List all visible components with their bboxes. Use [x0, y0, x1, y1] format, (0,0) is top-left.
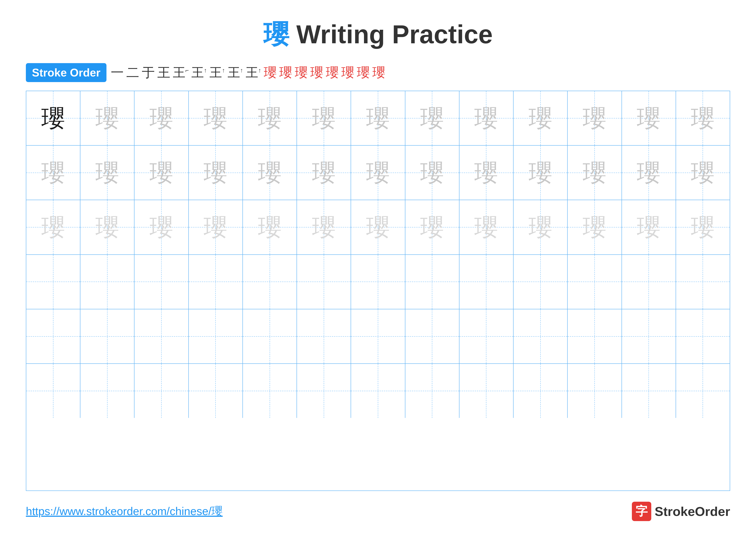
grid-cell-r5-c7[interactable] — [351, 309, 405, 363]
grid-cell-r6-c8[interactable] — [405, 364, 459, 418]
grid-cell-r4-c1[interactable] — [26, 255, 80, 309]
grid-cell-r5-c8[interactable] — [405, 309, 459, 363]
grid-cell-r3-c12: 瓔 — [622, 200, 676, 254]
stroke-steps: 一 二 于 王 王⌐ 王↑ 王↑ 王↑ 王↑ 瓔 瓔 瓔 瓔 瓔 瓔 瓔 瓔 — [111, 64, 730, 81]
char-light: 瓔 — [691, 106, 715, 130]
char-light: 瓔 — [95, 161, 119, 185]
grid-cell-r6-c1[interactable] — [26, 364, 80, 418]
char-light: 瓔 — [528, 161, 552, 185]
grid-cell-r1-c2: 瓔 — [80, 91, 134, 145]
grid-cell-r3-c5: 瓔 — [243, 200, 297, 254]
grid-cell-r4-c2[interactable] — [80, 255, 134, 309]
grid-cell-r1-c10: 瓔 — [514, 91, 568, 145]
grid-cell-r6-c9[interactable] — [459, 364, 514, 418]
grid-cell-r4-c12[interactable] — [622, 255, 676, 309]
grid-cell-r6-c2[interactable] — [80, 364, 134, 418]
grid-cell-r4-c6[interactable] — [297, 255, 351, 309]
grid-cell-r4-c5[interactable] — [243, 255, 297, 309]
grid-cell-r5-c5[interactable] — [243, 309, 297, 363]
char-lighter: 瓔 — [420, 216, 444, 239]
char-lighter: 瓔 — [41, 216, 65, 239]
grid-cell-r4-c10[interactable] — [514, 255, 568, 309]
grid-cell-r2-c6: 瓔 — [297, 146, 351, 200]
grid-cell-r1-c1: 瓔 — [26, 91, 80, 145]
char-light: 瓔 — [149, 106, 173, 130]
grid-cell-r6-c10[interactable] — [514, 364, 568, 418]
footer-url[interactable]: https://www.strokeorder.com/chinese/瓔 — [26, 504, 223, 519]
grid-cell-r5-c10[interactable] — [514, 309, 568, 363]
char-light: 瓔 — [691, 161, 715, 185]
grid-cell-r5-c6[interactable] — [297, 309, 351, 363]
grid-cell-r3-c9: 瓔 — [459, 200, 514, 254]
grid-cell-r1-c9: 瓔 — [459, 91, 514, 145]
stroke-step-17: 瓔 — [372, 64, 385, 81]
grid-cell-r5-c12[interactable] — [622, 309, 676, 363]
title-text: Writing Practice — [289, 20, 493, 49]
grid-row-3: 瓔 瓔 瓔 瓔 瓔 瓔 瓔 瓔 瓔 瓔 瓔 瓔 瓔 — [26, 200, 730, 255]
stroke-step-9: 王↑ — [246, 64, 261, 81]
grid-cell-r3-c6: 瓔 — [297, 200, 351, 254]
stroke-step-6: 王↑ — [191, 64, 207, 81]
char-light: 瓔 — [258, 161, 282, 185]
char-lighter: 瓔 — [583, 216, 607, 239]
char-light: 瓔 — [312, 106, 336, 130]
grid-cell-r6-c3[interactable] — [134, 364, 189, 418]
stroke-order-row: Stroke Order 一 二 于 王 王⌐ 王↑ 王↑ 王↑ 王↑ 瓔 瓔 … — [26, 63, 730, 82]
grid-cell-r5-c11[interactable] — [568, 309, 622, 363]
grid-cell-r4-c4[interactable] — [189, 255, 243, 309]
grid-cell-r4-c3[interactable] — [134, 255, 189, 309]
char-light: 瓔 — [312, 161, 336, 185]
stroke-step-2: 二 — [126, 64, 139, 81]
grid-cell-r1-c6: 瓔 — [297, 91, 351, 145]
grid-cell-r6-c11[interactable] — [568, 364, 622, 418]
grid-cell-r5-c13[interactable] — [676, 309, 730, 363]
grid-cell-r6-c5[interactable] — [243, 364, 297, 418]
grid-cell-r4-c8[interactable] — [405, 255, 459, 309]
grid-cell-r2-c7: 瓔 — [351, 146, 405, 200]
grid-cell-r1-c3: 瓔 — [134, 91, 189, 145]
grid-cell-r5-c2[interactable] — [80, 309, 134, 363]
char-light: 瓔 — [366, 106, 390, 130]
char-light: 瓔 — [420, 161, 444, 185]
grid-cell-r1-c5: 瓔 — [243, 91, 297, 145]
char-lighter: 瓔 — [691, 216, 715, 239]
stroke-step-15: 瓔 — [341, 64, 354, 81]
grid-cell-r1-c11: 瓔 — [568, 91, 622, 145]
grid-cell-r3-c3: 瓔 — [134, 200, 189, 254]
grid-cell-r3-c8: 瓔 — [405, 200, 459, 254]
char-lighter: 瓔 — [528, 216, 552, 239]
grid-cell-r6-c13[interactable] — [676, 364, 730, 418]
char-light: 瓔 — [637, 106, 661, 130]
footer: https://www.strokeorder.com/chinese/瓔 字 … — [26, 502, 730, 521]
grid-cell-r3-c7: 瓔 — [351, 200, 405, 254]
grid-cell-r1-c4: 瓔 — [189, 91, 243, 145]
grid-cell-r6-c7[interactable] — [351, 364, 405, 418]
grid-cell-r1-c13: 瓔 — [676, 91, 730, 145]
stroke-step-14: 瓔 — [326, 64, 339, 81]
grid-cell-r5-c4[interactable] — [189, 309, 243, 363]
logo-icon-char: 字 — [635, 503, 648, 520]
grid-cell-r3-c10: 瓔 — [514, 200, 568, 254]
grid-cell-r1-c12: 瓔 — [622, 91, 676, 145]
grid-cell-r4-c11[interactable] — [568, 255, 622, 309]
char-light: 瓔 — [583, 161, 607, 185]
char-light: 瓔 — [420, 106, 444, 130]
grid-cell-r6-c6[interactable] — [297, 364, 351, 418]
char-light: 瓔 — [366, 161, 390, 185]
grid-cell-r2-c4: 瓔 — [189, 146, 243, 200]
grid-row-1: 瓔 瓔 瓔 瓔 瓔 瓔 瓔 瓔 瓔 瓔 瓔 瓔 瓔 — [26, 91, 730, 146]
page: 瓔 Writing Practice Stroke Order 一 二 于 王 … — [0, 0, 756, 534]
grid-cell-r5-c1[interactable] — [26, 309, 80, 363]
grid-cell-r4-c9[interactable] — [459, 255, 514, 309]
grid-cell-r4-c13[interactable] — [676, 255, 730, 309]
grid-cell-r4-c7[interactable] — [351, 255, 405, 309]
grid-cell-r1-c8: 瓔 — [405, 91, 459, 145]
stroke-order-logo-icon: 字 — [632, 502, 651, 521]
grid-cell-r6-c4[interactable] — [189, 364, 243, 418]
grid-row-5 — [26, 309, 730, 364]
grid-cell-r5-c3[interactable] — [134, 309, 189, 363]
grid-cell-r5-c9[interactable] — [459, 309, 514, 363]
grid-cell-r6-c12[interactable] — [622, 364, 676, 418]
grid-cell-r2-c8: 瓔 — [405, 146, 459, 200]
grid-cell-r2-c3: 瓔 — [134, 146, 189, 200]
